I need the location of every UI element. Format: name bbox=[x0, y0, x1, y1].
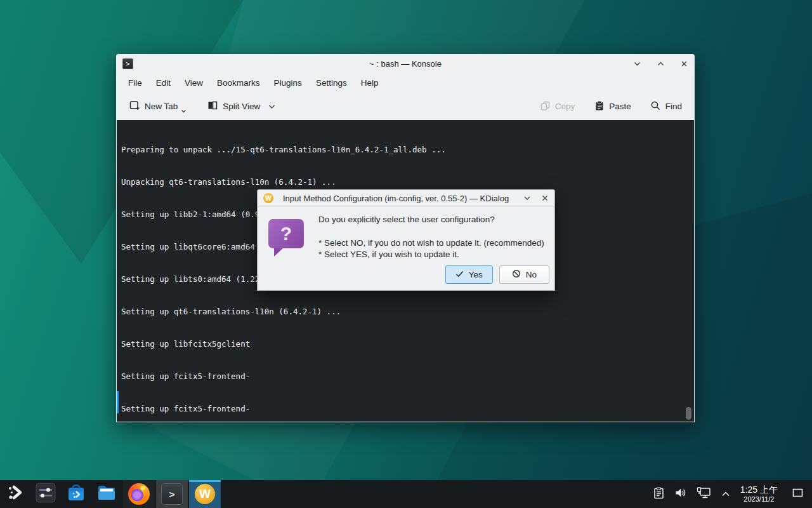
split-view-icon bbox=[207, 100, 218, 113]
show-desktop-icon bbox=[792, 488, 803, 500]
new-tab-chevron-icon[interactable] bbox=[181, 106, 187, 116]
minimize-button[interactable] bbox=[633, 60, 641, 68]
terminal-line: Setting up fcitx5-frontend- bbox=[121, 403, 694, 414]
digital-clock[interactable]: 1:25 上午 2023/11/2 bbox=[740, 485, 778, 504]
dialog-option-yes-text: * Select YES, if you wish to update it. bbox=[318, 250, 459, 259]
new-output-indicator bbox=[117, 391, 119, 413]
discover-button[interactable] bbox=[61, 480, 91, 508]
kdialog-window: W Input Method Configuration (im-config,… bbox=[257, 189, 555, 291]
menu-settings[interactable]: Settings bbox=[309, 76, 354, 90]
network-tray-icon[interactable] bbox=[697, 486, 712, 502]
cancel-circle-icon bbox=[512, 269, 521, 280]
no-button[interactable]: No bbox=[499, 265, 549, 284]
terminal-line: Setting up qt6-translations-l10n (6.4.2-… bbox=[121, 306, 694, 317]
yes-button[interactable]: Yes bbox=[445, 265, 493, 284]
new-tab-button[interactable]: New Tab bbox=[124, 96, 193, 117]
clock-time: 1:25 上午 bbox=[740, 485, 778, 495]
copy-icon bbox=[540, 100, 551, 113]
volume-tray-icon[interactable] bbox=[674, 486, 687, 502]
terminal-line: Preparing to unpack .../15-qt6-translati… bbox=[121, 144, 694, 155]
maximize-button[interactable] bbox=[657, 60, 665, 68]
folder-icon bbox=[96, 482, 117, 506]
question-bubble-icon: ? bbox=[268, 219, 304, 248]
menu-help[interactable]: Help bbox=[354, 76, 386, 90]
copy-label: Copy bbox=[555, 102, 575, 111]
copy-button: Copy bbox=[535, 97, 580, 117]
paste-label: Paste bbox=[609, 102, 631, 111]
dialog-option-no-text: * Select NO, if you do not wish to updat… bbox=[318, 238, 544, 248]
menu-edit[interactable]: Edit bbox=[149, 76, 178, 90]
konsole-icon: > bbox=[161, 483, 183, 505]
new-tab-icon bbox=[129, 100, 140, 113]
menubar: File Edit View Bookmarks Plugins Setting… bbox=[116, 73, 695, 93]
no-label: No bbox=[526, 270, 537, 279]
dialog-body: ? Do you explicitly select the user conf… bbox=[258, 207, 554, 290]
menu-plugins[interactable]: Plugins bbox=[267, 76, 309, 90]
taskbar: > W 1:25 上午 2023/11/2 bbox=[0, 480, 812, 508]
split-view-button[interactable]: Split View bbox=[202, 96, 280, 117]
find-button[interactable]: Find bbox=[645, 97, 687, 117]
close-button[interactable] bbox=[680, 60, 688, 68]
check-icon bbox=[455, 270, 464, 279]
app-launcher-button[interactable] bbox=[0, 480, 30, 508]
desktop: { "window": { "title": "~ : bash — Konso… bbox=[0, 0, 812, 508]
terminal-scrollbar[interactable] bbox=[686, 407, 691, 420]
kdialog-icon: W bbox=[195, 484, 215, 504]
yes-label: Yes bbox=[469, 270, 483, 279]
menu-bookmarks[interactable]: Bookmarks bbox=[210, 76, 267, 90]
clock-date: 2023/11/2 bbox=[740, 495, 778, 504]
taskbar-kdialog-button[interactable]: W bbox=[189, 480, 221, 508]
toolbar: New Tab Split View Copy Paste Find bbox=[116, 93, 695, 120]
tray-expander-chevron-icon[interactable] bbox=[721, 488, 730, 500]
paste-button[interactable]: Paste bbox=[589, 97, 636, 117]
system-tray bbox=[653, 486, 734, 502]
show-desktop-button[interactable] bbox=[788, 480, 807, 508]
window-titlebar[interactable]: > ~ : bash — Konsole bbox=[116, 54, 695, 73]
dialog-title: Input Method Configuration (im-config, v… bbox=[274, 194, 518, 203]
dialog-minimize-button[interactable] bbox=[523, 194, 531, 202]
menu-view[interactable]: View bbox=[178, 76, 210, 90]
discover-icon bbox=[65, 482, 87, 506]
window-title: ~ : bash — Konsole bbox=[116, 59, 695, 69]
system-settings-button[interactable] bbox=[30, 480, 61, 508]
terminal-line: Setting up libfcitx5gclient bbox=[121, 338, 694, 349]
dialog-question: Do you explicitly select the user config… bbox=[318, 215, 495, 224]
menu-file[interactable]: File bbox=[121, 76, 149, 90]
terminal-line: Setting up fcitx5-frontend- bbox=[121, 371, 694, 382]
file-manager-button[interactable] bbox=[91, 480, 122, 508]
new-tab-label: New Tab bbox=[145, 102, 178, 111]
split-view-label: Split View bbox=[223, 102, 260, 111]
dialog-titlebar[interactable]: W Input Method Configuration (im-config,… bbox=[258, 190, 554, 207]
split-view-chevron-icon[interactable] bbox=[268, 102, 275, 111]
find-icon bbox=[650, 100, 661, 113]
kdialog-icon: W bbox=[263, 193, 273, 203]
taskbar-firefox-button[interactable] bbox=[123, 480, 155, 508]
terminal-line: Unpacking qt6-translations-l10n (6.4.2-1… bbox=[121, 177, 694, 187]
clipboard-tray-icon[interactable] bbox=[653, 487, 665, 502]
system-settings-icon bbox=[35, 482, 56, 506]
find-label: Find bbox=[665, 102, 682, 111]
app-launcher-icon bbox=[6, 484, 24, 504]
paste-icon bbox=[594, 100, 605, 113]
dialog-close-button[interactable] bbox=[541, 194, 549, 202]
firefox-icon bbox=[128, 483, 150, 505]
taskbar-konsole-button[interactable]: > bbox=[156, 480, 188, 508]
